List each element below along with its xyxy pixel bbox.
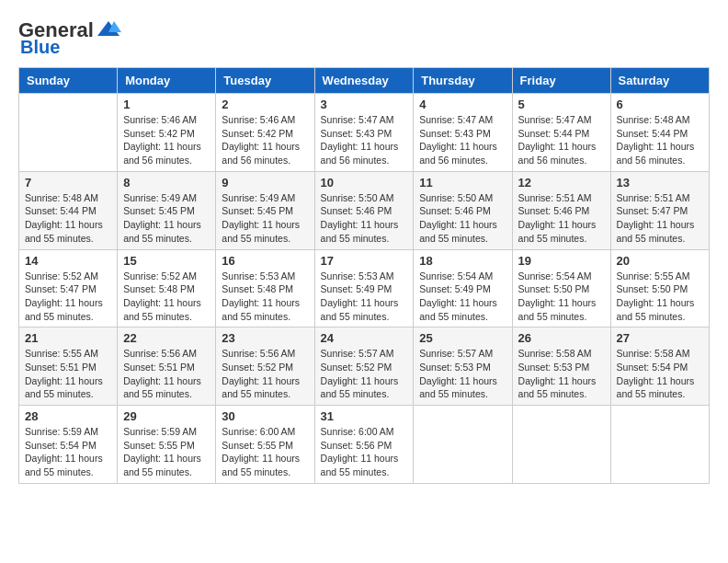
col-friday: Friday	[512, 68, 610, 94]
col-tuesday: Tuesday	[216, 68, 314, 94]
day-info: Sunrise: 5:52 AMSunset: 5:47 PMDaylight:…	[25, 270, 111, 324]
day-number: 21	[25, 331, 111, 345]
day-info: Sunrise: 5:53 AMSunset: 5:49 PMDaylight:…	[321, 270, 408, 324]
day-info: Sunrise: 5:59 AMSunset: 5:55 PMDaylight:…	[123, 425, 210, 479]
calendar-cell	[610, 406, 709, 484]
calendar-cell: 12Sunrise: 5:51 AMSunset: 5:46 PMDayligh…	[512, 171, 610, 249]
calendar-cell: 19Sunrise: 5:54 AMSunset: 5:50 PMDayligh…	[512, 249, 610, 327]
day-info: Sunrise: 5:56 AMSunset: 5:52 PMDaylight:…	[222, 347, 308, 401]
calendar-cell	[512, 406, 610, 484]
day-info: Sunrise: 5:48 AMSunset: 5:44 PMDaylight:…	[25, 191, 111, 246]
day-number: 9	[222, 176, 308, 190]
day-number: 10	[321, 176, 408, 190]
calendar-cell: 15Sunrise: 5:52 AMSunset: 5:48 PMDayligh…	[118, 249, 216, 327]
day-info: Sunrise: 5:54 AMSunset: 5:49 PMDaylight:…	[419, 270, 506, 324]
calendar-cell: 9Sunrise: 5:49 AMSunset: 5:45 PMDaylight…	[216, 171, 314, 249]
calendar-cell: 21Sunrise: 5:55 AMSunset: 5:51 PMDayligh…	[19, 327, 118, 406]
day-info: Sunrise: 5:56 AMSunset: 5:51 PMDaylight:…	[123, 347, 210, 401]
day-number: 6	[617, 98, 703, 111]
day-info: Sunrise: 5:48 AMSunset: 5:44 PMDaylight:…	[617, 113, 703, 167]
col-thursday: Thursday	[414, 68, 512, 94]
day-number: 27	[617, 331, 703, 345]
day-info: Sunrise: 5:47 AMSunset: 5:43 PMDaylight:…	[419, 113, 506, 167]
col-wednesday: Wednesday	[314, 68, 414, 94]
day-number: 23	[222, 331, 308, 345]
calendar-cell: 25Sunrise: 5:57 AMSunset: 5:53 PMDayligh…	[414, 327, 512, 406]
calendar-cell: 30Sunrise: 6:00 AMSunset: 5:55 PMDayligh…	[216, 406, 314, 484]
calendar-cell: 16Sunrise: 5:53 AMSunset: 5:48 PMDayligh…	[216, 249, 314, 327]
day-number: 8	[123, 176, 210, 190]
calendar-cell: 26Sunrise: 5:58 AMSunset: 5:53 PMDayligh…	[512, 327, 610, 406]
day-info: Sunrise: 6:00 AMSunset: 5:55 PMDaylight:…	[222, 425, 308, 479]
logo-blue-text: Blue	[20, 37, 60, 58]
day-info: Sunrise: 5:55 AMSunset: 5:50 PMDaylight:…	[617, 270, 703, 324]
calendar-week-5: 28Sunrise: 5:59 AMSunset: 5:54 PMDayligh…	[19, 406, 710, 484]
day-number: 29	[123, 409, 210, 423]
day-info: Sunrise: 6:00 AMSunset: 5:56 PMDaylight:…	[321, 425, 408, 479]
day-number: 13	[617, 176, 703, 190]
day-number: 11	[419, 176, 506, 190]
day-number: 4	[419, 98, 506, 111]
calendar-body: 1Sunrise: 5:46 AMSunset: 5:42 PMDaylight…	[19, 94, 710, 484]
calendar-cell: 27Sunrise: 5:58 AMSunset: 5:54 PMDayligh…	[610, 327, 709, 406]
day-number: 14	[25, 254, 111, 268]
calendar-cell: 11Sunrise: 5:50 AMSunset: 5:46 PMDayligh…	[414, 171, 512, 249]
day-number: 17	[321, 254, 408, 268]
day-number: 18	[419, 254, 506, 268]
calendar-cell: 29Sunrise: 5:59 AMSunset: 5:55 PMDayligh…	[118, 406, 216, 484]
day-number: 5	[518, 98, 605, 111]
day-info: Sunrise: 5:58 AMSunset: 5:53 PMDaylight:…	[518, 347, 605, 401]
logo-icon	[96, 19, 121, 40]
calendar-table: Sunday Monday Tuesday Wednesday Thursday…	[18, 67, 710, 484]
day-info: Sunrise: 5:58 AMSunset: 5:54 PMDaylight:…	[617, 347, 703, 401]
calendar-cell: 31Sunrise: 6:00 AMSunset: 5:56 PMDayligh…	[314, 406, 414, 484]
day-number: 15	[123, 254, 210, 268]
day-number: 1	[123, 98, 210, 111]
calendar-cell: 18Sunrise: 5:54 AMSunset: 5:49 PMDayligh…	[414, 249, 512, 327]
calendar-cell: 28Sunrise: 5:59 AMSunset: 5:54 PMDayligh…	[19, 406, 118, 484]
col-saturday: Saturday	[610, 68, 709, 94]
day-info: Sunrise: 5:51 AMSunset: 5:46 PMDaylight:…	[518, 191, 605, 246]
day-info: Sunrise: 5:53 AMSunset: 5:48 PMDaylight:…	[222, 270, 308, 324]
day-number: 20	[617, 254, 703, 268]
calendar-cell: 17Sunrise: 5:53 AMSunset: 5:49 PMDayligh…	[314, 249, 414, 327]
calendar-cell: 7Sunrise: 5:48 AMSunset: 5:44 PMDaylight…	[19, 171, 118, 249]
calendar-cell: 8Sunrise: 5:49 AMSunset: 5:45 PMDaylight…	[118, 171, 216, 249]
calendar-cell: 5Sunrise: 5:47 AMSunset: 5:44 PMDaylight…	[512, 94, 610, 172]
day-number: 19	[518, 254, 605, 268]
day-info: Sunrise: 5:46 AMSunset: 5:42 PMDaylight:…	[123, 113, 210, 167]
col-monday: Monday	[118, 68, 216, 94]
page-header: General Blue	[18, 18, 710, 58]
day-info: Sunrise: 5:59 AMSunset: 5:54 PMDaylight:…	[25, 425, 111, 479]
day-info: Sunrise: 5:47 AMSunset: 5:44 PMDaylight:…	[518, 113, 605, 167]
day-number: 26	[518, 331, 605, 345]
day-number: 3	[321, 98, 408, 111]
calendar-week-3: 14Sunrise: 5:52 AMSunset: 5:47 PMDayligh…	[19, 249, 710, 327]
day-number: 16	[222, 254, 308, 268]
day-info: Sunrise: 5:54 AMSunset: 5:50 PMDaylight:…	[518, 270, 605, 324]
day-number: 22	[123, 331, 210, 345]
day-info: Sunrise: 5:49 AMSunset: 5:45 PMDaylight:…	[123, 191, 210, 246]
day-number: 28	[25, 409, 111, 423]
calendar-cell: 23Sunrise: 5:56 AMSunset: 5:52 PMDayligh…	[216, 327, 314, 406]
calendar-cell: 20Sunrise: 5:55 AMSunset: 5:50 PMDayligh…	[610, 249, 709, 327]
calendar-cell: 4Sunrise: 5:47 AMSunset: 5:43 PMDaylight…	[414, 94, 512, 172]
day-info: Sunrise: 5:46 AMSunset: 5:42 PMDaylight:…	[222, 113, 308, 167]
calendar-cell: 14Sunrise: 5:52 AMSunset: 5:47 PMDayligh…	[19, 249, 118, 327]
calendar-cell: 10Sunrise: 5:50 AMSunset: 5:46 PMDayligh…	[314, 171, 414, 249]
calendar-header-row: Sunday Monday Tuesday Wednesday Thursday…	[19, 68, 710, 94]
day-number: 12	[518, 176, 605, 190]
day-info: Sunrise: 5:55 AMSunset: 5:51 PMDaylight:…	[25, 347, 111, 401]
calendar-cell: 13Sunrise: 5:51 AMSunset: 5:47 PMDayligh…	[610, 171, 709, 249]
calendar-cell: 22Sunrise: 5:56 AMSunset: 5:51 PMDayligh…	[118, 327, 216, 406]
calendar-cell: 6Sunrise: 5:48 AMSunset: 5:44 PMDaylight…	[610, 94, 709, 172]
day-number: 7	[25, 176, 111, 190]
calendar-week-2: 7Sunrise: 5:48 AMSunset: 5:44 PMDaylight…	[19, 171, 710, 249]
day-info: Sunrise: 5:50 AMSunset: 5:46 PMDaylight:…	[419, 191, 506, 246]
logo: General Blue	[18, 18, 121, 58]
day-info: Sunrise: 5:57 AMSunset: 5:52 PMDaylight:…	[321, 347, 408, 401]
calendar-cell: 1Sunrise: 5:46 AMSunset: 5:42 PMDaylight…	[118, 94, 216, 172]
col-sunday: Sunday	[19, 68, 118, 94]
calendar-cell: 2Sunrise: 5:46 AMSunset: 5:42 PMDaylight…	[216, 94, 314, 172]
calendar-cell	[19, 94, 118, 172]
